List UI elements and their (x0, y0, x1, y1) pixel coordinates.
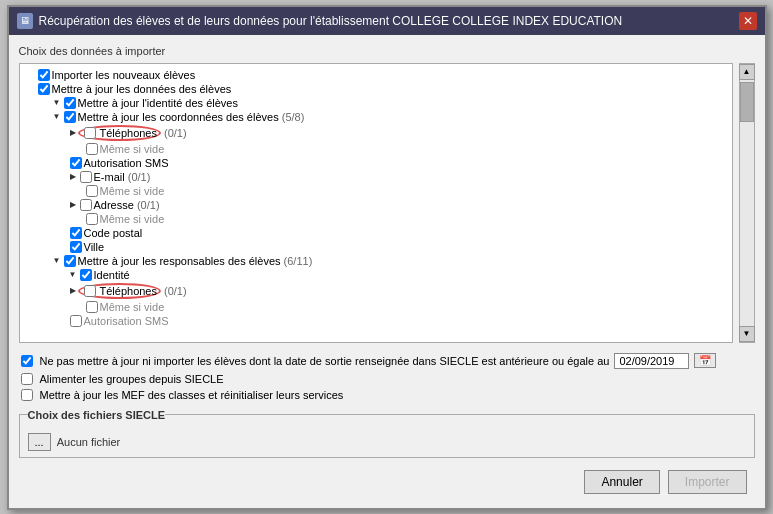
cancel-button[interactable]: Annuler (584, 470, 659, 494)
file-none-label: Aucun fichier (57, 436, 121, 448)
tree-item-code-postal: Code postal (20, 226, 732, 240)
tree-item-meme-vide1: Même si vide (20, 142, 732, 156)
triangle-update-identity[interactable]: ▼ (52, 98, 62, 108)
cb-meme-vide3[interactable] (86, 213, 98, 225)
tree-item-adresse: ▶ Adresse (0/1) (20, 198, 732, 212)
option-row-date: Ne pas mettre à jour ni importer les élè… (19, 351, 755, 371)
label-code-postal: Code postal (84, 227, 143, 239)
label-date-option: Ne pas mettre à jour ni importer les élè… (40, 355, 610, 367)
tree-area: Importer les nouveaux élèves Mettre à jo… (19, 63, 733, 343)
dialog-icon: 🖥 (17, 13, 33, 29)
main-content-area: Importer les nouveaux élèves Mettre à jo… (19, 63, 755, 343)
label-meme-vide1: Même si vide (100, 143, 165, 155)
tree-item-identite: ▼ Identité (20, 268, 732, 282)
scroll-up-btn[interactable]: ▲ (739, 64, 755, 80)
tree-item-email: ▶ E-mail (0/1) (20, 170, 732, 184)
scroll-down-btn[interactable]: ▼ (739, 326, 755, 342)
cb-meme-vide2[interactable] (86, 185, 98, 197)
highlight-telephones1: Téléphones (78, 125, 162, 141)
cb-identite[interactable] (80, 269, 92, 281)
tree-item-auth-sms: Autorisation SMS (20, 156, 732, 170)
cb-adresse[interactable] (80, 199, 92, 211)
label-update-identity: Mettre à jour l'identité des élèves (78, 97, 238, 109)
label-auth-sms: Autorisation SMS (84, 157, 169, 169)
label-auth-sms2: Autorisation SMS (84, 315, 169, 327)
triangle-email[interactable]: ▶ (68, 172, 78, 182)
label-ville: Ville (84, 241, 105, 253)
file-row: ... Aucun fichier (28, 433, 746, 451)
cb-update-identity[interactable] (64, 97, 76, 109)
triangle-adresse[interactable]: ▶ (68, 200, 78, 210)
label-meme-vide4: Même si vide (100, 301, 165, 313)
tree-item-ville: Ville (20, 240, 732, 254)
option-row-mef: Mettre à jour les MEF des classes et réi… (19, 387, 755, 403)
label-import-new: Importer les nouveaux élèves (52, 69, 196, 81)
label-meme-vide3: Même si vide (100, 213, 165, 225)
cb-update-students[interactable] (38, 83, 50, 95)
label-update-responsables: Mettre à jour les responsables des élève… (78, 255, 313, 267)
footer: Annuler Importer (19, 466, 755, 498)
label-mef-option: Mettre à jour les MEF des classes et réi… (40, 389, 344, 401)
triangle-telephones2[interactable]: ▶ (68, 286, 78, 296)
calendar-button[interactable]: 📅 (694, 353, 716, 368)
cb-update-coords[interactable] (64, 111, 76, 123)
cb-groups-option[interactable] (21, 373, 33, 385)
date-input[interactable] (614, 353, 689, 369)
cb-meme-vide4[interactable] (86, 301, 98, 313)
label-update-students: Mettre à jour les données des élèves (52, 83, 232, 95)
scrollbar: ▲ ▼ (739, 63, 755, 343)
cb-import-new[interactable] (38, 69, 50, 81)
options-area: Ne pas mettre à jour ni importer les élè… (19, 351, 755, 403)
tree-item-telephones2: ▶ Téléphones (0/1) (20, 282, 732, 300)
tree-item-import-new: Importer les nouveaux élèves (20, 68, 732, 82)
tree-item-update-coords: ▼ Mettre à jour les coordonnées des élèv… (20, 110, 732, 124)
triangle-update-responsables[interactable]: ▼ (52, 256, 62, 266)
dialog-body: Choix des données à importer Importer le… (9, 35, 765, 508)
title-bar: 🖥 Récupération des élèves et de leurs do… (9, 7, 765, 35)
label-email: E-mail (0/1) (94, 171, 151, 183)
tree-item-update-responsables: ▼ Mettre à jour les responsables des élè… (20, 254, 732, 268)
label-telephones2: Téléphones (100, 285, 158, 297)
title-bar-left: 🖥 Récupération des élèves et de leurs do… (17, 13, 623, 29)
files-legend: Choix des fichiers SIECLE (28, 409, 166, 421)
highlight-telephones2: Téléphones (78, 283, 162, 299)
cb-email[interactable] (80, 171, 92, 183)
cb-meme-vide1[interactable] (86, 143, 98, 155)
cb-code-postal[interactable] (70, 227, 82, 239)
triangle-telephones1[interactable]: ▶ (68, 128, 78, 138)
import-section-label: Choix des données à importer (19, 45, 755, 57)
cb-telephones1[interactable] (84, 127, 96, 139)
cb-telephones2[interactable] (84, 285, 96, 297)
cb-auth-sms2[interactable] (70, 315, 82, 327)
main-dialog: 🖥 Récupération des élèves et de leurs do… (7, 5, 767, 510)
cb-ville[interactable] (70, 241, 82, 253)
label-update-coords: Mettre à jour les coordonnées des élèves… (78, 111, 305, 123)
close-button[interactable]: ✕ (739, 12, 757, 30)
label-groups-option: Alimenter les groupes depuis SIECLE (40, 373, 224, 385)
cb-date-option[interactable] (21, 355, 33, 367)
label-telephones1-sub: (0/1) (164, 127, 187, 139)
triangle-identite[interactable]: ▼ (68, 270, 78, 280)
label-meme-vide2: Même si vide (100, 185, 165, 197)
tree-item-update-identity: ▼ Mettre à jour l'identité des élèves (20, 96, 732, 110)
tree-item-update-students: Mettre à jour les données des élèves (20, 82, 732, 96)
files-section: Choix des fichiers SIECLE ... Aucun fich… (19, 409, 755, 458)
scroll-thumb[interactable] (740, 82, 754, 122)
tree-item-meme-vide2: Même si vide (20, 184, 732, 198)
option-row-groups: Alimenter les groupes depuis SIECLE (19, 371, 755, 387)
tree-item-auth-sms2: Autorisation SMS (20, 314, 732, 328)
triangle-update-coords[interactable]: ▼ (52, 112, 62, 122)
scroll-track (740, 80, 754, 326)
dialog-title: Récupération des élèves et de leurs donn… (39, 14, 623, 28)
tree-item-meme-vide3: Même si vide (20, 212, 732, 226)
file-browse-button[interactable]: ... (28, 433, 51, 451)
tree-item-meme-vide4: Même si vide (20, 300, 732, 314)
label-telephones2-sub: (0/1) (164, 285, 187, 297)
label-identite: Identité (94, 269, 130, 281)
cb-auth-sms[interactable] (70, 157, 82, 169)
label-adresse: Adresse (0/1) (94, 199, 160, 211)
tree-item-telephones1: ▶ Téléphones (0/1) (20, 124, 732, 142)
import-button[interactable]: Importer (668, 470, 747, 494)
cb-mef-option[interactable] (21, 389, 33, 401)
cb-update-responsables[interactable] (64, 255, 76, 267)
